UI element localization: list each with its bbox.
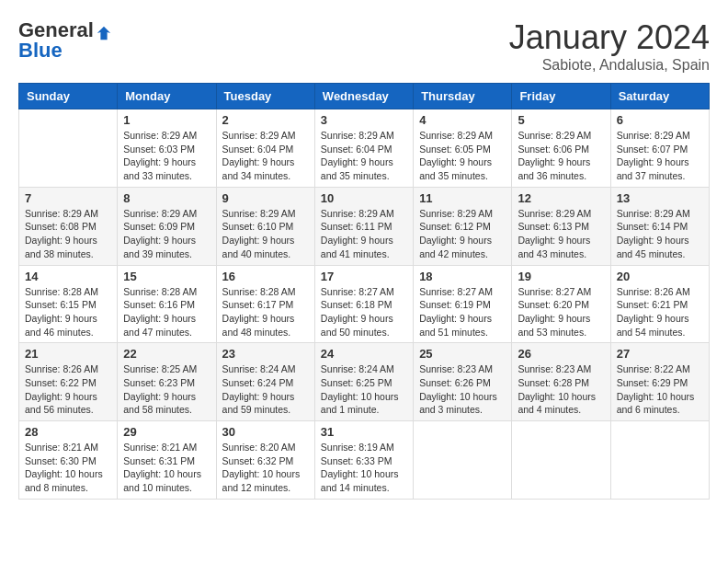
day-info: Sunrise: 8:29 AMSunset: 6:04 PMDaylight:… bbox=[222, 129, 309, 183]
calendar-cell: 29 Sunrise: 8:21 AMSunset: 6:31 PMDaylig… bbox=[118, 421, 216, 500]
day-number: 5 bbox=[518, 113, 604, 127]
day-info: Sunrise: 8:27 AMSunset: 6:18 PMDaylight:… bbox=[321, 285, 407, 339]
calendar-cell: 16 Sunrise: 8:28 AMSunset: 6:17 PMDaylig… bbox=[216, 265, 314, 343]
header-tuesday: Tuesday bbox=[216, 84, 314, 109]
calendar-cell: 19 Sunrise: 8:27 AMSunset: 6:20 PMDaylig… bbox=[512, 265, 610, 343]
day-number: 3 bbox=[321, 113, 407, 127]
calendar-cell: 9 Sunrise: 8:29 AMSunset: 6:10 PMDayligh… bbox=[216, 187, 314, 265]
title-area: January 2024 Sabiote, Andalusia, Spain bbox=[509, 18, 710, 74]
calendar-cell: 1 Sunrise: 8:29 AMSunset: 6:03 PMDayligh… bbox=[118, 109, 216, 188]
day-info: Sunrise: 8:22 AMSunset: 6:29 PMDaylight:… bbox=[617, 362, 703, 417]
calendar-cell: 11 Sunrise: 8:29 AMSunset: 6:12 PMDaylig… bbox=[414, 187, 512, 265]
day-number: 1 bbox=[123, 113, 210, 127]
header-sunday: Sunday bbox=[19, 84, 118, 109]
calendar-cell: 23 Sunrise: 8:24 AMSunset: 6:24 PMDaylig… bbox=[216, 343, 314, 421]
day-number: 14 bbox=[25, 270, 111, 283]
calendar-cell: 30 Sunrise: 8:20 AMSunset: 6:32 PMDaylig… bbox=[216, 421, 314, 500]
day-info: Sunrise: 8:29 AMSunset: 6:06 PMDaylight:… bbox=[518, 129, 604, 183]
day-number: 6 bbox=[617, 113, 703, 127]
day-number: 13 bbox=[617, 191, 703, 205]
day-info: Sunrise: 8:27 AMSunset: 6:20 PMDaylight:… bbox=[518, 285, 604, 339]
day-number: 30 bbox=[222, 425, 309, 439]
day-number: 22 bbox=[123, 347, 210, 361]
day-number: 12 bbox=[518, 191, 604, 205]
calendar-cell: 12 Sunrise: 8:29 AMSunset: 6:13 PMDaylig… bbox=[512, 187, 610, 265]
month-title: January 2024 bbox=[509, 18, 710, 57]
calendar-cell: 15 Sunrise: 8:28 AMSunset: 6:16 PMDaylig… bbox=[118, 265, 216, 343]
calendar-cell: 10 Sunrise: 8:29 AMSunset: 6:11 PMDaylig… bbox=[314, 187, 413, 265]
calendar-cell: 8 Sunrise: 8:29 AMSunset: 6:09 PMDayligh… bbox=[118, 187, 216, 265]
header-monday: Monday bbox=[118, 84, 216, 109]
header-wednesday: Wednesday bbox=[314, 84, 413, 109]
day-info: Sunrise: 8:24 AMSunset: 6:25 PMDaylight:… bbox=[321, 362, 407, 417]
day-number: 20 bbox=[617, 270, 703, 283]
day-info: Sunrise: 8:23 AMSunset: 6:28 PMDaylight:… bbox=[518, 362, 604, 417]
calendar-cell: 20 Sunrise: 8:26 AMSunset: 6:21 PMDaylig… bbox=[610, 265, 709, 343]
logo-blue-text: Blue bbox=[18, 39, 63, 63]
day-info: Sunrise: 8:29 AMSunset: 6:04 PMDaylight:… bbox=[321, 129, 407, 183]
calendar-header-row: Sunday Monday Tuesday Wednesday Thursday… bbox=[19, 84, 710, 109]
day-number: 25 bbox=[419, 347, 506, 361]
day-info: Sunrise: 8:26 AMSunset: 6:22 PMDaylight:… bbox=[25, 362, 111, 417]
day-number: 2 bbox=[222, 113, 309, 127]
table-row: 28 Sunrise: 8:21 AMSunset: 6:30 PMDaylig… bbox=[19, 421, 710, 500]
header-saturday: Saturday bbox=[610, 84, 709, 109]
calendar-cell: 18 Sunrise: 8:27 AMSunset: 6:19 PMDaylig… bbox=[414, 265, 512, 343]
calendar-cell: 21 Sunrise: 8:26 AMSunset: 6:22 PMDaylig… bbox=[19, 343, 118, 421]
day-info: Sunrise: 8:25 AMSunset: 6:23 PMDaylight:… bbox=[123, 362, 210, 417]
day-info: Sunrise: 8:29 AMSunset: 6:08 PMDaylight:… bbox=[25, 207, 111, 261]
day-number: 18 bbox=[419, 270, 506, 283]
day-info: Sunrise: 8:29 AMSunset: 6:05 PMDaylight:… bbox=[419, 129, 506, 183]
day-info: Sunrise: 8:29 AMSunset: 6:03 PMDaylight:… bbox=[123, 129, 210, 183]
calendar-cell: 14 Sunrise: 8:28 AMSunset: 6:15 PMDaylig… bbox=[19, 265, 118, 343]
day-info: Sunrise: 8:21 AMSunset: 6:31 PMDaylight:… bbox=[123, 441, 210, 495]
day-number: 27 bbox=[617, 347, 703, 361]
day-number: 16 bbox=[222, 270, 309, 283]
calendar-cell: 2 Sunrise: 8:29 AMSunset: 6:04 PMDayligh… bbox=[216, 109, 314, 188]
calendar-cell: 5 Sunrise: 8:29 AMSunset: 6:06 PMDayligh… bbox=[512, 109, 610, 188]
calendar-cell bbox=[19, 109, 118, 188]
day-number: 28 bbox=[25, 425, 111, 439]
day-info: Sunrise: 8:28 AMSunset: 6:15 PMDaylight:… bbox=[25, 285, 111, 339]
day-info: Sunrise: 8:29 AMSunset: 6:14 PMDaylight:… bbox=[617, 207, 703, 261]
day-info: Sunrise: 8:29 AMSunset: 6:12 PMDaylight:… bbox=[419, 207, 506, 261]
day-number: 15 bbox=[123, 270, 210, 283]
table-row: 21 Sunrise: 8:26 AMSunset: 6:22 PMDaylig… bbox=[19, 343, 710, 421]
calendar-cell: 3 Sunrise: 8:29 AMSunset: 6:04 PMDayligh… bbox=[314, 109, 413, 188]
day-info: Sunrise: 8:29 AMSunset: 6:10 PMDaylight:… bbox=[222, 207, 309, 261]
logo: General Blue bbox=[18, 18, 112, 63]
day-number: 11 bbox=[419, 191, 506, 205]
calendar-cell-empty bbox=[512, 421, 610, 500]
day-info: Sunrise: 8:24 AMSunset: 6:24 PMDaylight:… bbox=[222, 362, 309, 417]
header-friday: Friday bbox=[512, 84, 610, 109]
calendar-cell: 31 Sunrise: 8:19 AMSunset: 6:33 PMDaylig… bbox=[314, 421, 413, 500]
day-number: 4 bbox=[419, 113, 506, 127]
table-row: 7 Sunrise: 8:29 AMSunset: 6:08 PMDayligh… bbox=[19, 187, 710, 265]
table-row: 14 Sunrise: 8:28 AMSunset: 6:15 PMDaylig… bbox=[19, 265, 710, 343]
day-number: 9 bbox=[222, 191, 309, 205]
day-info: Sunrise: 8:27 AMSunset: 6:19 PMDaylight:… bbox=[419, 285, 506, 339]
calendar-cell: 7 Sunrise: 8:29 AMSunset: 6:08 PMDayligh… bbox=[19, 187, 118, 265]
calendar-cell: 17 Sunrise: 8:27 AMSunset: 6:18 PMDaylig… bbox=[314, 265, 413, 343]
day-info: Sunrise: 8:20 AMSunset: 6:32 PMDaylight:… bbox=[222, 441, 309, 495]
day-number: 29 bbox=[123, 425, 210, 439]
day-number: 31 bbox=[321, 425, 407, 439]
calendar-table: Sunday Monday Tuesday Wednesday Thursday… bbox=[18, 83, 710, 500]
calendar-cell: 24 Sunrise: 8:24 AMSunset: 6:25 PMDaylig… bbox=[314, 343, 413, 421]
header-thursday: Thursday bbox=[414, 84, 512, 109]
day-info: Sunrise: 8:26 AMSunset: 6:21 PMDaylight:… bbox=[617, 285, 703, 339]
day-info: Sunrise: 8:21 AMSunset: 6:30 PMDaylight:… bbox=[25, 441, 111, 495]
day-number: 24 bbox=[321, 347, 407, 361]
day-number: 17 bbox=[321, 270, 407, 283]
day-info: Sunrise: 8:29 AMSunset: 6:13 PMDaylight:… bbox=[518, 207, 604, 261]
day-info: Sunrise: 8:23 AMSunset: 6:26 PMDaylight:… bbox=[419, 362, 506, 417]
calendar-cell: 28 Sunrise: 8:21 AMSunset: 6:30 PMDaylig… bbox=[19, 421, 118, 500]
calendar-cell: 25 Sunrise: 8:23 AMSunset: 6:26 PMDaylig… bbox=[414, 343, 512, 421]
day-info: Sunrise: 8:19 AMSunset: 6:33 PMDaylight:… bbox=[321, 441, 407, 495]
table-row: 1 Sunrise: 8:29 AMSunset: 6:03 PMDayligh… bbox=[19, 109, 710, 188]
day-number: 23 bbox=[222, 347, 309, 361]
day-info: Sunrise: 8:29 AMSunset: 6:11 PMDaylight:… bbox=[321, 207, 407, 261]
day-info: Sunrise: 8:28 AMSunset: 6:16 PMDaylight:… bbox=[123, 285, 210, 339]
calendar-cell-empty bbox=[610, 421, 709, 500]
day-number: 19 bbox=[518, 270, 604, 283]
